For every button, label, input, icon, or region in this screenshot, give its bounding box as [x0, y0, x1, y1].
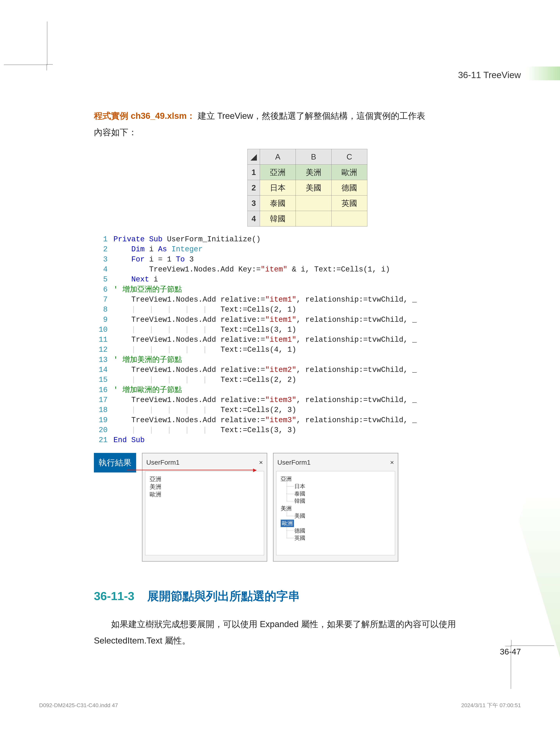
cell: 美國 — [296, 180, 332, 195]
tree-node[interactable]: 亞洲 — [281, 475, 391, 483]
section-number: 36-11-3 — [94, 590, 134, 603]
header-gradient — [527, 67, 560, 80]
example-label: 程式實例 ch36_49.xlsm： — [94, 111, 195, 121]
footer-right: 2024/3/11 下午 07:00:51 — [461, 700, 521, 710]
userform-title: UserForm1 — [146, 456, 180, 469]
tree-child[interactable]: 韓國 — [294, 497, 391, 505]
tree-node[interactable]: 美洲 — [150, 483, 260, 491]
results-row: 執行結果 UserForm1 × 亞洲 美洲 歐洲 UserForm1 × 亞洲… — [94, 453, 521, 562]
tree-child[interactable]: 德國 — [294, 527, 391, 535]
corner-cell: ◢ — [248, 149, 260, 165]
row-header: 2 — [248, 180, 260, 195]
tree-node[interactable]: 亞洲 — [150, 475, 260, 483]
cell: 歐洲 — [332, 165, 367, 180]
cell: 韓國 — [260, 211, 296, 226]
cell: 英國 — [332, 195, 367, 211]
cell: 泰國 — [260, 195, 296, 211]
code-listing: 1Private Sub UserForm_Initialize()2 Dim … — [94, 234, 521, 445]
row-header: 1 — [248, 165, 260, 180]
close-icon[interactable]: × — [390, 456, 394, 469]
cell — [296, 195, 332, 211]
cell: 美洲 — [296, 165, 332, 180]
userform-title: UserForm1 — [277, 456, 311, 469]
example-text-1: 建立 TreeView，然後點選了解整個結構，這個實例的工作表 — [198, 111, 425, 121]
row-header: 3 — [248, 195, 260, 211]
close-icon[interactable]: × — [259, 456, 263, 469]
col-header: A — [260, 149, 296, 165]
treeview-expanded[interactable]: 亞洲 日本 泰國 韓國 美洲 美國 歐洲 德國 英國 — [276, 471, 395, 555]
cell: 日本 — [260, 180, 296, 195]
section-title: 展開節點與列出所點選的字串 — [147, 590, 300, 603]
cell: 亞洲 — [260, 165, 296, 180]
tree-node[interactable]: 美洲 — [281, 505, 391, 512]
row-header: 4 — [248, 211, 260, 226]
tree-child[interactable]: 泰國 — [294, 490, 391, 498]
col-header: C — [332, 149, 367, 165]
tree-node-selected[interactable]: 歐洲 — [281, 520, 391, 527]
example-text-2: 內容如下： — [94, 127, 137, 137]
treeview-collapsed[interactable]: 亞洲 美洲 歐洲 — [145, 471, 264, 555]
tree-node[interactable]: 歐洲 — [150, 491, 260, 498]
page: 36-11 TreeView 程式實例 ch36_49.xlsm： 建立 Tre… — [0, 0, 560, 732]
page-number: 36-47 — [500, 644, 521, 660]
arrow-icon — [127, 470, 256, 470]
footer-left: D092-DM2425-C31-C40.indd 47 — [39, 700, 118, 710]
col-header: B — [296, 149, 332, 165]
cell — [296, 211, 332, 226]
side-decoration — [519, 384, 560, 658]
tree-child[interactable]: 美國 — [294, 512, 391, 520]
cell: 德國 — [332, 180, 367, 195]
section-heading: 36-11-3 展開節點與列出所點選的字串 — [94, 585, 521, 607]
tree-child[interactable]: 英國 — [294, 534, 391, 542]
section-paragraph: 如果建立樹狀完成想要展開，可以使用 Expanded 屬性，如果要了解所點選的內… — [94, 616, 521, 649]
cell — [332, 211, 367, 226]
running-head: 36-11 TreeView — [458, 67, 521, 84]
example-intro: 程式實例 ch36_49.xlsm： 建立 TreeView，然後點選了解整個結… — [94, 108, 521, 140]
userform-left: UserForm1 × 亞洲 美洲 歐洲 — [142, 453, 267, 562]
footer-meta: D092-DM2425-C31-C40.indd 47 2024/3/11 下午… — [39, 700, 521, 710]
results-badge: 執行結果 — [94, 453, 136, 473]
userform-right: UserForm1 × 亞洲 日本 泰國 韓國 美洲 美國 歐洲 德國 英國 — [273, 453, 398, 562]
tree-child[interactable]: 日本 — [294, 483, 391, 490]
crop-mark-top-left — [4, 22, 47, 65]
excel-worksheet: ◢ A B C 1 亞洲 美洲 歐洲 2 日本 美國 德國 3 泰國 英國 4 … — [247, 149, 367, 226]
